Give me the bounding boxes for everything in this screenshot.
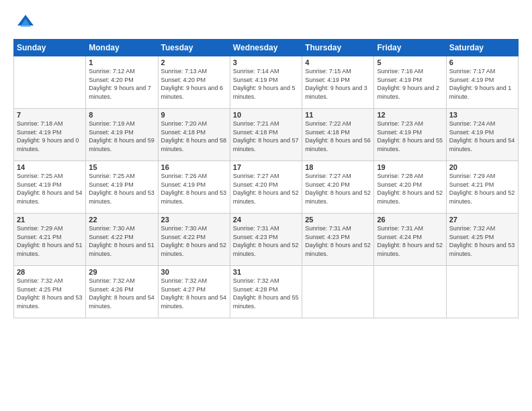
day-number: 7: [17, 111, 83, 119]
day-number: 9: [161, 111, 227, 119]
day-info: Sunrise: 7:14 AMSunset: 4:19 PMDaylight:…: [233, 68, 296, 100]
day-info: Sunrise: 7:28 AMSunset: 4:20 PMDaylight:…: [377, 173, 443, 205]
day-number: 18: [305, 163, 371, 171]
header: [13, 12, 519, 31]
calendar-cell: 16 Sunrise: 7:26 AMSunset: 4:19 PMDaylig…: [158, 161, 230, 214]
day-number: 19: [377, 163, 443, 171]
day-info: Sunrise: 7:32 AMSunset: 4:25 PMDaylight:…: [449, 225, 515, 257]
day-number: 20: [449, 163, 515, 171]
day-info: Sunrise: 7:21 AMSunset: 4:18 PMDaylight:…: [233, 120, 299, 152]
calendar-cell: 29 Sunrise: 7:32 AMSunset: 4:26 PMDaylig…: [86, 266, 158, 318]
calendar-cell: 21 Sunrise: 7:29 AMSunset: 4:21 PMDaylig…: [14, 214, 86, 266]
calendar-cell: 28 Sunrise: 7:32 AMSunset: 4:25 PMDaylig…: [14, 266, 86, 318]
calendar-cell: 10 Sunrise: 7:21 AMSunset: 4:18 PMDaylig…: [230, 109, 302, 161]
day-number: 15: [89, 163, 154, 171]
calendar-cell: 2 Sunrise: 7:13 AMSunset: 4:20 PMDayligh…: [158, 56, 230, 109]
day-info: Sunrise: 7:25 AMSunset: 4:19 PMDaylight:…: [89, 173, 154, 205]
day-number: 29: [89, 268, 154, 276]
calendar-header-row: SundayMondayTuesdayWednesdayThursdayFrid…: [14, 40, 519, 56]
day-number: 28: [17, 268, 83, 276]
weekday-header: Sunday: [14, 40, 86, 56]
day-info: Sunrise: 7:16 AMSunset: 4:19 PMDaylight:…: [377, 68, 439, 100]
calendar-cell: 30 Sunrise: 7:32 AMSunset: 4:27 PMDaylig…: [158, 266, 230, 318]
calendar-cell: 24 Sunrise: 7:31 AMSunset: 4:23 PMDaylig…: [230, 214, 302, 266]
logo-icon: [16, 12, 35, 31]
day-number: 1: [89, 58, 154, 66]
day-info: Sunrise: 7:30 AMSunset: 4:22 PMDaylight:…: [89, 225, 154, 257]
day-info: Sunrise: 7:32 AMSunset: 4:26 PMDaylight:…: [89, 277, 154, 310]
calendar-cell: 12 Sunrise: 7:23 AMSunset: 4:19 PMDaylig…: [374, 109, 446, 161]
day-info: Sunrise: 7:32 AMSunset: 4:25 PMDaylight:…: [17, 277, 83, 310]
calendar-cell: 25 Sunrise: 7:31 AMSunset: 4:23 PMDaylig…: [302, 214, 374, 266]
day-info: Sunrise: 7:15 AMSunset: 4:19 PMDaylight:…: [305, 68, 367, 100]
day-info: Sunrise: 7:24 AMSunset: 4:19 PMDaylight:…: [449, 120, 515, 152]
day-number: 14: [17, 163, 83, 171]
day-info: Sunrise: 7:17 AMSunset: 4:19 PMDaylight:…: [449, 68, 512, 100]
day-number: 10: [233, 111, 299, 119]
calendar-cell: 22 Sunrise: 7:30 AMSunset: 4:22 PMDaylig…: [86, 214, 158, 266]
calendar-cell: 19 Sunrise: 7:28 AMSunset: 4:20 PMDaylig…: [374, 161, 446, 214]
day-info: Sunrise: 7:12 AMSunset: 4:20 PMDaylight:…: [89, 68, 151, 100]
calendar-cell: [374, 266, 446, 318]
day-number: 6: [449, 58, 515, 66]
calendar-cell: 3 Sunrise: 7:14 AMSunset: 4:19 PMDayligh…: [230, 56, 302, 109]
day-info: Sunrise: 7:18 AMSunset: 4:19 PMDaylight:…: [17, 120, 79, 152]
day-info: Sunrise: 7:27 AMSunset: 4:20 PMDaylight:…: [233, 173, 299, 205]
day-info: Sunrise: 7:30 AMSunset: 4:22 PMDaylight:…: [161, 225, 227, 257]
calendar-cell: 31 Sunrise: 7:32 AMSunset: 4:28 PMDaylig…: [230, 266, 302, 318]
day-info: Sunrise: 7:32 AMSunset: 4:27 PMDaylight:…: [161, 277, 227, 310]
calendar-cell: 9 Sunrise: 7:20 AMSunset: 4:18 PMDayligh…: [158, 109, 230, 161]
day-number: 12: [377, 111, 443, 119]
calendar-cell: 17 Sunrise: 7:27 AMSunset: 4:20 PMDaylig…: [230, 161, 302, 214]
day-info: Sunrise: 7:23 AMSunset: 4:19 PMDaylight:…: [377, 120, 443, 152]
calendar-cell: 1 Sunrise: 7:12 AMSunset: 4:20 PMDayligh…: [86, 56, 158, 109]
calendar-cell: 27 Sunrise: 7:32 AMSunset: 4:25 PMDaylig…: [446, 214, 518, 266]
day-number: 30: [161, 268, 227, 276]
calendar-cell: [446, 266, 518, 318]
weekday-header: Friday: [374, 40, 446, 56]
day-info: Sunrise: 7:32 AMSunset: 4:28 PMDaylight:…: [233, 277, 299, 310]
day-number: 22: [89, 216, 154, 224]
weekday-header: Wednesday: [230, 40, 302, 56]
day-number: 26: [377, 216, 443, 224]
day-number: 3: [233, 58, 299, 66]
calendar-cell: 15 Sunrise: 7:25 AMSunset: 4:19 PMDaylig…: [86, 161, 158, 214]
day-info: Sunrise: 7:29 AMSunset: 4:21 PMDaylight:…: [17, 225, 83, 257]
page-container: SundayMondayTuesdayWednesdayThursdayFrid…: [0, 0, 532, 411]
calendar-cell: 4 Sunrise: 7:15 AMSunset: 4:19 PMDayligh…: [302, 56, 374, 109]
calendar-cell: 8 Sunrise: 7:19 AMSunset: 4:19 PMDayligh…: [86, 109, 158, 161]
calendar-week-row: 14 Sunrise: 7:25 AMSunset: 4:19 PMDaylig…: [14, 161, 519, 214]
day-number: 11: [305, 111, 371, 119]
day-info: Sunrise: 7:31 AMSunset: 4:23 PMDaylight:…: [305, 225, 371, 257]
day-number: 5: [377, 58, 443, 66]
day-info: Sunrise: 7:25 AMSunset: 4:19 PMDaylight:…: [17, 173, 83, 205]
calendar-week-row: 7 Sunrise: 7:18 AMSunset: 4:19 PMDayligh…: [14, 109, 519, 161]
calendar-cell: 11 Sunrise: 7:22 AMSunset: 4:18 PMDaylig…: [302, 109, 374, 161]
calendar-cell: 6 Sunrise: 7:17 AMSunset: 4:19 PMDayligh…: [446, 56, 518, 109]
logo: [13, 12, 35, 31]
day-number: 13: [449, 111, 515, 119]
calendar-cell: [302, 266, 374, 318]
weekday-header: Tuesday: [158, 40, 230, 56]
day-number: 31: [233, 268, 299, 276]
weekday-header: Monday: [86, 40, 158, 56]
calendar-cell: 18 Sunrise: 7:27 AMSunset: 4:20 PMDaylig…: [302, 161, 374, 214]
day-number: 21: [17, 216, 83, 224]
day-number: 17: [233, 163, 299, 171]
day-info: Sunrise: 7:22 AMSunset: 4:18 PMDaylight:…: [305, 120, 371, 152]
day-number: 8: [89, 111, 154, 119]
calendar-cell: 26 Sunrise: 7:31 AMSunset: 4:24 PMDaylig…: [374, 214, 446, 266]
calendar-cell: [14, 56, 86, 109]
calendar-cell: 5 Sunrise: 7:16 AMSunset: 4:19 PMDayligh…: [374, 56, 446, 109]
day-info: Sunrise: 7:29 AMSunset: 4:21 PMDaylight:…: [449, 173, 515, 205]
day-info: Sunrise: 7:26 AMSunset: 4:19 PMDaylight:…: [161, 173, 227, 205]
day-info: Sunrise: 7:13 AMSunset: 4:20 PMDaylight:…: [161, 68, 224, 100]
day-info: Sunrise: 7:19 AMSunset: 4:19 PMDaylight:…: [89, 120, 154, 152]
calendar-cell: 23 Sunrise: 7:30 AMSunset: 4:22 PMDaylig…: [158, 214, 230, 266]
day-info: Sunrise: 7:31 AMSunset: 4:24 PMDaylight:…: [377, 225, 443, 257]
weekday-header: Saturday: [446, 40, 518, 56]
calendar-cell: 13 Sunrise: 7:24 AMSunset: 4:19 PMDaylig…: [446, 109, 518, 161]
calendar-week-row: 1 Sunrise: 7:12 AMSunset: 4:20 PMDayligh…: [14, 56, 519, 109]
day-number: 25: [305, 216, 371, 224]
day-number: 27: [449, 216, 515, 224]
